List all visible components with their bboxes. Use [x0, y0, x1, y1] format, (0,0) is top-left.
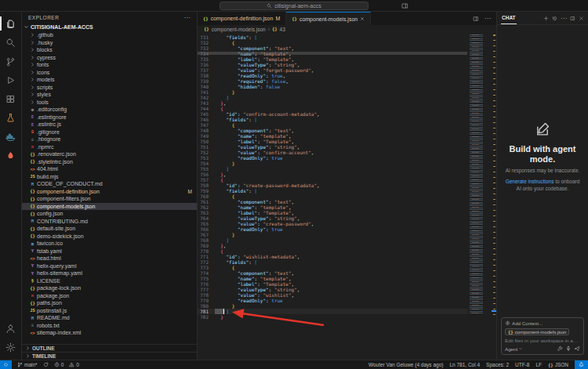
- folder-scripts[interactable]: scripts: [22, 84, 197, 92]
- folder-icons[interactable]: icons: [22, 69, 197, 77]
- file-.stylelintrc.json[interactable]: {}.stylelintrc.json: [22, 158, 197, 166]
- code-line-760[interactable]: 760 {: [198, 194, 468, 199]
- file-LICENSE[interactable]: §LICENSE: [22, 277, 197, 285]
- file-helix-query.yaml[interactable]: Yhelix-query.yaml: [22, 262, 197, 270]
- file-.gitignore[interactable]: G.gitignore: [22, 128, 197, 136]
- code-line-736[interactable]: 736 "valueType": "string",: [198, 62, 468, 67]
- code-line-737[interactable]: 737 "value": "forgot-password",: [198, 67, 468, 73]
- code-line-744[interactable]: 744 {: [198, 106, 468, 111]
- code-line-771[interactable]: 771 "id": "wishlist-metadata",: [198, 254, 468, 259]
- indentation[interactable]: Spaces: 2: [486, 360, 509, 369]
- run-debug-icon[interactable]: [0, 71, 21, 89]
- code-line-774[interactable]: 774 "component": "text",: [198, 270, 468, 276]
- file-config.json[interactable]: {}config.json: [22, 210, 197, 218]
- overview-ruler[interactable]: [492, 33, 496, 360]
- file-build.mjs[interactable]: JSbuild.mjs: [22, 173, 197, 181]
- add-context-button[interactable]: Add Context...: [505, 320, 580, 326]
- more-icon[interactable]: ⋯: [561, 15, 567, 22]
- folder-.github[interactable]: .github: [22, 31, 197, 39]
- code-line-748[interactable]: 748 "component": "text",: [198, 128, 468, 133]
- code-line-765[interactable]: 765 "value": "create-password",: [198, 221, 468, 226]
- code-line-741[interactable]: 741 }: [198, 89, 468, 95]
- file-component-models.json[interactable]: {}component-models.json: [22, 203, 197, 211]
- file-favicon.ico[interactable]: ▣favicon.ico: [22, 240, 197, 248]
- folder-blocks[interactable]: blocks: [22, 46, 197, 54]
- live-preview-icon[interactable]: [0, 146, 21, 165]
- language-mode[interactable]: {}JSON: [548, 360, 568, 369]
- cursor-position[interactable]: Ln 781, Col 4: [449, 360, 480, 369]
- more-actions-icon[interactable]: ⋯: [184, 14, 191, 21]
- folder-styles[interactable]: styles: [22, 91, 197, 99]
- code-line-754[interactable]: 754 }: [198, 161, 468, 166]
- code-line-764[interactable]: 764 "valueType": "string",: [198, 215, 468, 221]
- problems-errors[interactable]: 0: [54, 360, 64, 369]
- section-outline[interactable]: OUTLINE: [22, 344, 197, 352]
- accounts-icon[interactable]: [0, 319, 21, 338]
- file-.npmrc[interactable]: n.npmrc: [22, 143, 197, 151]
- code-line-767[interactable]: 767 }: [198, 232, 468, 237]
- file-default-site.json[interactable]: {}default-site.json: [22, 225, 197, 233]
- code-line-759[interactable]: 759 "fields": [: [198, 188, 468, 194]
- search-icon[interactable]: [0, 33, 21, 52]
- code-line-742[interactable]: 742 ]: [198, 95, 468, 100]
- file-package-lock.json[interactable]: {}package-lock.json: [22, 284, 197, 292]
- code-line-757[interactable]: 757 {: [198, 177, 468, 183]
- code-line-743[interactable]: 743 },: [198, 100, 468, 106]
- code-line-770[interactable]: 770 {: [198, 248, 468, 254]
- remote-indicator[interactable]: [0, 360, 12, 369]
- code-line-747[interactable]: 747 {: [198, 122, 468, 128]
- code-line-733[interactable]: 733 "component": "text",: [198, 45, 468, 51]
- open-editor-icon[interactable]: [570, 16, 575, 21]
- file-demo-sidekick.json[interactable]: {}demo-sidekick.json: [22, 233, 197, 241]
- context-chip[interactable]: {} component-models.json: [505, 328, 569, 335]
- more-actions-icon[interactable]: ⋯: [485, 15, 491, 22]
- code-line-781[interactable]: 781 ]: [198, 309, 468, 314]
- code-line-755[interactable]: 755 ]: [198, 166, 468, 172]
- code-line-758[interactable]: 758 "id": "create-password-metadata",: [198, 183, 468, 188]
- workspace-section-header[interactable]: CITISIGNAL-AEM-ACCS: [22, 23, 197, 31]
- file-.eslintignore[interactable]: E.eslintignore: [22, 114, 197, 121]
- file-CODE_OF_CONDUCT.md[interactable]: MCODE_OF_CONDUCT.md: [22, 180, 197, 188]
- tab-component-definition[interactable]: {} component-definition.json M: [198, 12, 286, 25]
- tab-chat[interactable]: CHAT: [501, 12, 517, 24]
- chat-input-field[interactable]: Edit files in your workspace in agent mo…: [505, 338, 580, 343]
- breadcrumb-symbol[interactable]: 43: [280, 27, 285, 32]
- code-line-776[interactable]: 776 "label": "Template",: [198, 281, 468, 287]
- code-line-763[interactable]: 763 "label": "Template",: [198, 210, 468, 215]
- code-line-749[interactable]: 749 "name": "template",: [198, 133, 468, 139]
- code-line-768[interactable]: 768 ]: [198, 237, 468, 243]
- file-component-definition.json[interactable]: {}component-definition.jsonM: [22, 188, 197, 196]
- testing-icon[interactable]: [0, 108, 21, 127]
- code-line-769[interactable]: 769 },: [198, 243, 468, 248]
- eol[interactable]: LF: [535, 360, 542, 369]
- mode-picker[interactable]: Agent: [505, 346, 523, 352]
- split-editor-icon[interactable]: [473, 16, 479, 22]
- section-timeline[interactable]: TIMELINE: [22, 352, 197, 360]
- code-line-782[interactable]: 782 }: [198, 314, 468, 320]
- code-line-745[interactable]: 745 "id": "confirm-account-metadata",: [198, 111, 468, 117]
- code-line-780[interactable]: 780 }: [198, 303, 468, 309]
- folder-models[interactable]: models: [22, 76, 197, 84]
- command-center-search[interactable]: citisignal-aem-accs: [220, 2, 368, 10]
- blame-item[interactable]: Wouter Van Geluwe (4 days ago): [368, 360, 444, 369]
- file-sitemap-index.xml[interactable]: <>sitemap-index.xml: [22, 329, 197, 337]
- minimap[interactable]: [468, 33, 492, 360]
- file-.editorconfig[interactable]: ⚙.editorconfig: [22, 106, 197, 114]
- file-helix-sitemap.yaml[interactable]: Yhelix-sitemap.yaml: [22, 270, 197, 277]
- code-line-779[interactable]: 779 "readOnly": true: [198, 298, 468, 303]
- code-line-735[interactable]: 735 "label": "Template",: [198, 56, 468, 62]
- generate-instructions-link[interactable]: Generate instructions: [506, 179, 554, 184]
- file-fstab.yaml[interactable]: Yfstab.yaml: [22, 248, 197, 255]
- code-line-752[interactable]: 752 "value": "confirm-account",: [198, 150, 468, 155]
- encoding[interactable]: UTF-8: [515, 360, 529, 369]
- chat-input[interactable]: Add Context... {} component-models.json …: [501, 317, 584, 355]
- folder-tools[interactable]: tools: [22, 99, 197, 107]
- code-line-772[interactable]: 772 "fields": [: [198, 259, 468, 265]
- code-line-740[interactable]: 740 "hidden": false: [198, 84, 468, 89]
- code-line-761[interactable]: 761 "component": "text",: [198, 199, 468, 204]
- file-.eslintrc.js[interactable]: E.eslintrc.js: [22, 121, 197, 128]
- file-robots.txt[interactable]: ≡robots.txt: [22, 322, 197, 330]
- code-line-732[interactable]: 732 {: [198, 40, 468, 45]
- code-line-731[interactable]: 731 "fields": [: [198, 34, 468, 40]
- breadcrumb[interactable]: {} component-models.json › {} 43: [198, 25, 496, 33]
